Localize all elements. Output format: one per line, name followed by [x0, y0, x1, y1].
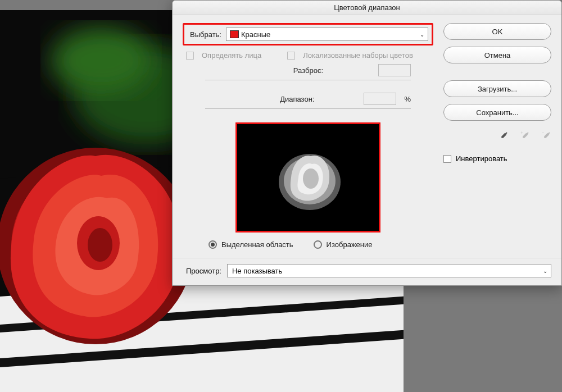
preview-mode-value: Не показывать: [232, 267, 282, 275]
range-input: [364, 93, 396, 105]
svg-point-10: [88, 228, 112, 262]
ok-button[interactable]: OK: [443, 23, 551, 40]
selection-preview: [235, 122, 380, 233]
detect-faces-label: Определять лица: [202, 51, 261, 60]
radio-icon: [209, 240, 217, 249]
fuzziness-input: [378, 64, 411, 76]
select-value: Красные: [241, 30, 270, 39]
dialog-title: Цветовой диапазон: [173, 1, 561, 15]
select-label: Выбрать:: [190, 30, 221, 39]
save-button[interactable]: Сохранить...: [443, 104, 551, 121]
localized-label: Локализованные наборы цветов: [303, 51, 413, 60]
preview-mode-dropdown[interactable]: Не показывать ⌄: [227, 264, 551, 277]
radio-image-label: Изображение: [327, 240, 373, 249]
radio-selection-label: Выделенная область: [221, 240, 293, 249]
invert-checkbox[interactable]: [443, 155, 451, 163]
cancel-button[interactable]: Отмена: [443, 47, 551, 63]
radio-icon: [314, 240, 322, 249]
select-row-highlight: Выбрать: Красные ⌄: [183, 23, 433, 45]
fuzziness-label: Разброс:: [293, 66, 323, 75]
detect-faces-checkbox: [186, 52, 194, 60]
svg-point-13: [303, 168, 319, 189]
chevron-down-icon: ⌄: [420, 31, 424, 38]
localized-checkbox: [287, 52, 295, 60]
range-unit: %: [404, 95, 411, 103]
radio-selection[interactable]: Выделенная область: [209, 240, 293, 249]
eyedropper-add-icon: +: [520, 130, 530, 142]
invert-label: Инвертировать: [456, 154, 507, 163]
color-range-dialog: Цветовой диапазон Выбрать: Красные ⌄ Опр…: [172, 0, 562, 286]
eyedropper-icon[interactable]: [498, 130, 509, 142]
radio-image[interactable]: Изображение: [314, 240, 373, 249]
svg-point-2: [51, 27, 152, 94]
preview-mode-label: Просмотр:: [186, 267, 221, 275]
load-button[interactable]: Загрузить...: [443, 80, 551, 97]
svg-text:−: −: [542, 131, 545, 135]
chevron-down-icon: ⌄: [543, 268, 547, 274]
select-dropdown[interactable]: Красные ⌄: [226, 28, 428, 41]
range-label: Диапазон:: [280, 95, 314, 103]
fuzziness-slider: [205, 80, 411, 80]
color-swatch-icon: [230, 30, 239, 38]
range-slider: [205, 108, 411, 109]
svg-text:+: +: [521, 131, 523, 135]
eyedropper-subtract-icon: −: [541, 130, 551, 142]
